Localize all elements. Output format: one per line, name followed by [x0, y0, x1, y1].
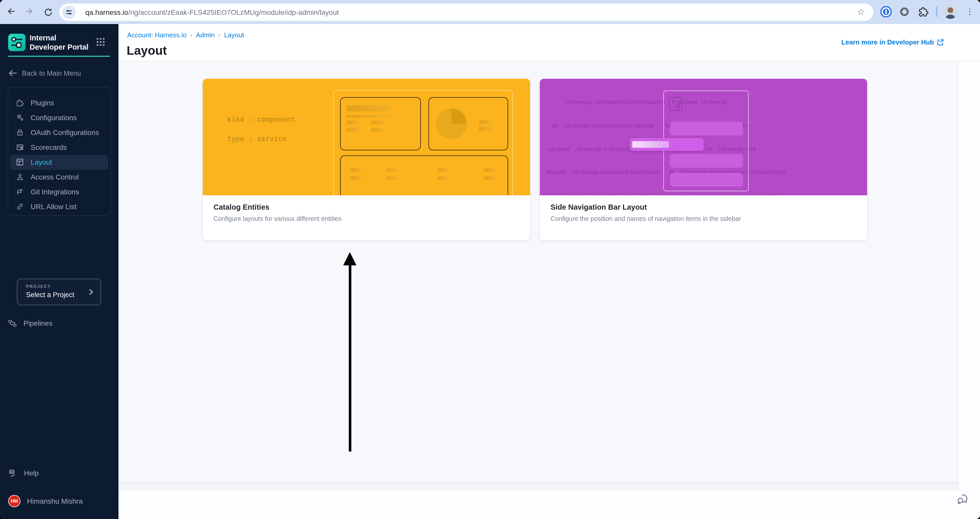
content-footer-strip — [118, 483, 959, 490]
sidebar-item-pipelines[interactable]: Pipelines — [8, 316, 52, 331]
browser-menu-button[interactable]: ⋮ — [963, 5, 977, 19]
breadcrumb-account-link[interactable]: Account: Harness.io — [127, 31, 187, 39]
sidebar-item-label: Plugins — [31, 99, 54, 107]
url-bar[interactable]: qa.harness.io/ng/account/zEaak-FLS425IEO… — [59, 3, 873, 21]
layout-icon — [16, 158, 24, 166]
browser-window: qa.harness.io/ng/account/zEaak-FLS425IEO… — [0, 0, 980, 519]
card-footer: Side Navigation Bar Layout Configure the… — [540, 195, 867, 240]
wireframe-logo-outline — [669, 97, 682, 110]
nav-placeholder-item — [670, 154, 743, 168]
reload-button[interactable] — [40, 4, 56, 19]
card-catalog-entities[interactable]: kind : component type : service — [203, 79, 530, 240]
back-to-main-menu[interactable]: Back to Main Menu — [8, 67, 81, 79]
project-value: Select a Project — [26, 291, 74, 299]
card-subtitle: Configure the position and names of navi… — [550, 215, 741, 222]
code-line: type : service — [227, 135, 287, 143]
link-icon — [16, 203, 24, 211]
gear-icon — [16, 113, 24, 122]
svg-text:?: ? — [11, 469, 13, 473]
help-label: Help — [24, 469, 39, 477]
project-selector[interactable]: PROJECT Select a Project — [17, 279, 101, 305]
user-avatar: HM — [8, 495, 21, 507]
sidebar-item-label: Git Integrations — [31, 188, 79, 196]
app-grid-icon[interactable] — [96, 37, 105, 46]
url-text[interactable]: qa.harness.io/ng/account/zEaak-FLS425IEO… — [85, 3, 339, 21]
annotation-arrow-head — [343, 252, 356, 265]
sidebar-item-label: Access Control — [31, 173, 79, 181]
sidebar-item-layout[interactable]: Layout — [10, 155, 108, 169]
sidebar-item-label: Pipelines — [24, 319, 52, 327]
user-name: Himanshu Mishra — [27, 497, 83, 505]
sidebar-item-oauth-configurations[interactable]: OAuth Configurations — [10, 125, 108, 140]
sidebar-item-configurations[interactable]: Configurations — [10, 110, 108, 125]
sidebar-item-label: URL Allow List — [31, 203, 76, 211]
pipelines-icon — [8, 319, 17, 327]
extensions-puzzle-icon[interactable] — [916, 5, 931, 19]
profile-photo — [943, 5, 958, 19]
chat-widget-button[interactable] — [956, 493, 970, 506]
sidebar-item-url-allow-list[interactable]: URL Allow List — [10, 199, 108, 214]
extension-spinner-icon[interactable] — [897, 5, 912, 19]
toolbar-divider — [936, 6, 937, 17]
catalog-entities-illustration: kind : component type : service — [203, 79, 530, 195]
main-content: Account: Harness.io › Admin › Layout Lay… — [118, 24, 980, 519]
url-path: /ng/account/zEaak-FLS425IEO7OLzMUg/modul… — [128, 8, 339, 16]
external-link-icon — [937, 39, 944, 46]
chat-bubbles-icon — [956, 493, 970, 506]
tune-icon — [65, 8, 73, 16]
idp-logo[interactable] — [8, 34, 25, 51]
browser-profile-avatar[interactable] — [943, 5, 958, 19]
git-branch-icon — [16, 188, 24, 196]
sunburst-icon — [899, 6, 910, 17]
breadcrumb-separator: › — [190, 31, 192, 39]
pie-chart-shape — [436, 109, 467, 139]
site-settings-chip[interactable] — [62, 6, 76, 19]
card-subtitle: Configure layouts for various different … — [213, 215, 341, 222]
sidebar-item-access-control[interactable]: Access Control — [10, 169, 108, 184]
card-title: Side Navigation Bar Layout — [550, 203, 647, 211]
forward-button[interactable] — [21, 4, 37, 19]
idp-logo-glyph — [8, 34, 25, 51]
back-icon — [6, 7, 16, 16]
puzzle-icon — [918, 7, 928, 17]
plugin-icon — [16, 99, 24, 107]
1password-icon — [880, 6, 892, 18]
back-to-main-menu-label: Back to Main Menu — [22, 69, 81, 77]
breadcrumb: Account: Harness.io › Admin › Layout — [127, 31, 244, 39]
learn-more-link[interactable]: Learn more in Developer Hub — [842, 38, 944, 46]
card-side-nav-layout[interactable]: /drone/go-scm/scm/driver/bitbucket skipp… — [540, 79, 867, 240]
sidebar-item-git-integrations[interactable]: Git Integrations — [10, 184, 108, 199]
forward-icon — [24, 7, 34, 16]
project-label: PROJECT — [26, 284, 51, 289]
user-profile-row[interactable]: HM Himanshu Mishra — [8, 493, 83, 509]
breadcrumb-separator: › — [218, 31, 221, 39]
card-title: Catalog Entities — [213, 203, 269, 211]
sidebar-item-label: OAuth Configurations — [31, 128, 99, 137]
back-button[interactable] — [3, 4, 19, 19]
url-host: qa.harness.io — [85, 8, 128, 16]
reload-icon — [43, 7, 52, 16]
sidebar-divider — [8, 56, 110, 57]
nav-placeholder-item — [670, 173, 743, 187]
sidebar-item-label: Layout — [31, 158, 52, 166]
sidebar-item-label: Scorecards — [31, 143, 67, 151]
scorecard-icon — [16, 143, 24, 151]
bookmark-star-icon[interactable]: ☆ — [854, 5, 868, 19]
page-title: Layout — [127, 43, 167, 58]
nine-dots-icon — [96, 37, 105, 46]
nav-dragged-item — [630, 138, 704, 151]
left-arrow-icon — [8, 70, 17, 77]
help-chat-icon: ? — [8, 469, 18, 477]
app-title: Internal Developer Portal — [30, 33, 91, 52]
card-footer: Catalog Entities Configure layouts for v… — [203, 195, 530, 240]
breadcrumb-admin-link[interactable]: Admin — [196, 31, 215, 39]
person-icon — [16, 173, 24, 181]
extension-1password-icon[interactable] — [879, 5, 893, 19]
nav-placeholder-item — [670, 122, 743, 136]
code-line: kind : component — [227, 115, 295, 123]
help-button[interactable]: ? Help — [8, 465, 39, 481]
breadcrumb-layout-link[interactable]: Layout — [224, 31, 244, 39]
sidebar-item-label: Configurations — [31, 113, 77, 122]
sidebar-item-plugins[interactable]: Plugins — [10, 95, 108, 110]
sidebar-item-scorecards[interactable]: Scorecards — [10, 140, 108, 155]
